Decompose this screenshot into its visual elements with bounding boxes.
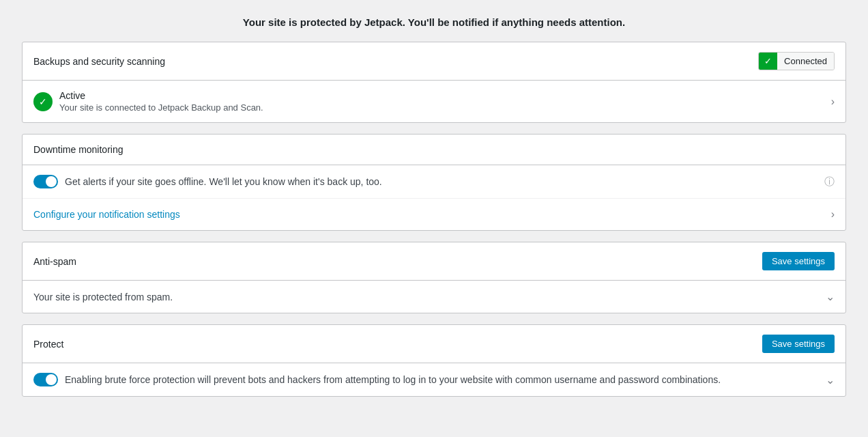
- downtime-info-icon[interactable]: ⓘ: [824, 175, 835, 188]
- antispam-card: Anti-spam Save settings Your site is pro…: [22, 242, 846, 313]
- backups-card-header: Backups and security scanning ✓ Connecte…: [23, 42, 845, 81]
- antispam-chevron-down-icon[interactable]: ⌄: [826, 290, 835, 303]
- protect-chevron-down-icon[interactable]: ⌄: [826, 373, 835, 386]
- downtime-configure-left: Configure your notification settings: [33, 209, 831, 220]
- downtime-toggle-left: Get alerts if your site goes offline. We…: [33, 175, 824, 188]
- antispam-header-title: Anti-spam: [33, 256, 76, 267]
- protect-header-title: Protect: [33, 339, 63, 350]
- downtime-toggle-slider: [33, 175, 58, 188]
- protect-toggle[interactable]: [33, 373, 58, 386]
- backups-active-row[interactable]: ✓ Active Your site is connected to Jetpa…: [23, 81, 845, 122]
- protect-save-button[interactable]: Save settings: [762, 335, 835, 353]
- page-title: Your site is protected by Jetpack. You'l…: [22, 16, 846, 28]
- protect-toggle-slider: [33, 373, 58, 386]
- protect-toggle-row: Enabling brute force protection will pre…: [23, 363, 845, 396]
- backups-card-body: ✓ Active Your site is connected to Jetpa…: [23, 81, 845, 122]
- connected-badge-label: Connected: [777, 53, 834, 70]
- protect-card-body: Enabling brute force protection will pre…: [23, 363, 845, 396]
- backups-card: Backups and security scanning ✓ Connecte…: [22, 42, 846, 123]
- downtime-configure-row[interactable]: Configure your notification settings ›: [23, 199, 845, 230]
- configure-chevron-right-icon: ›: [831, 208, 835, 221]
- configure-notifications-link[interactable]: Configure your notification settings: [33, 209, 180, 220]
- downtime-toggle-text: Get alerts if your site goes offline. We…: [65, 176, 382, 187]
- protect-toggle-left: Enabling brute force protection will pre…: [33, 373, 826, 386]
- downtime-header-title: Downtime monitoring: [33, 144, 124, 155]
- backups-active-info: Active Your site is connected to Jetpack…: [59, 90, 263, 113]
- downtime-card: Downtime monitoring Get alerts if your s…: [22, 134, 846, 231]
- backups-chevron-right-icon: ›: [831, 96, 835, 108]
- antispam-text-left: Your site is protected from spam.: [33, 292, 826, 302]
- protect-card: Protect Save settings Enabling brute for…: [22, 324, 846, 397]
- connected-badge-check: ✓: [759, 53, 777, 70]
- downtime-card-header: Downtime monitoring: [23, 135, 845, 165]
- antispam-text-row: Your site is protected from spam. ⌄: [23, 281, 845, 313]
- antispam-card-header: Anti-spam Save settings: [23, 242, 845, 281]
- antispam-card-body: Your site is protected from spam. ⌄: [23, 281, 845, 313]
- antispam-save-button[interactable]: Save settings: [762, 252, 835, 270]
- backups-active-title: Active: [59, 90, 263, 101]
- active-check-icon: ✓: [33, 92, 53, 111]
- connected-badge: ✓ Connected: [758, 52, 835, 70]
- backups-active-left: ✓ Active Your site is connected to Jetpa…: [33, 90, 831, 113]
- downtime-card-body: Get alerts if your site goes offline. We…: [23, 165, 845, 230]
- backups-active-subtitle: Your site is connected to Jetpack Backup…: [59, 102, 263, 113]
- backups-header-title: Backups and security scanning: [33, 56, 165, 67]
- protect-toggle-text: Enabling brute force protection will pre…: [65, 374, 721, 385]
- downtime-toggle-row: Get alerts if your site goes offline. We…: [23, 165, 845, 199]
- antispam-status-text: Your site is protected from spam.: [33, 292, 173, 302]
- protect-card-header: Protect Save settings: [23, 325, 845, 363]
- downtime-toggle[interactable]: [33, 175, 58, 188]
